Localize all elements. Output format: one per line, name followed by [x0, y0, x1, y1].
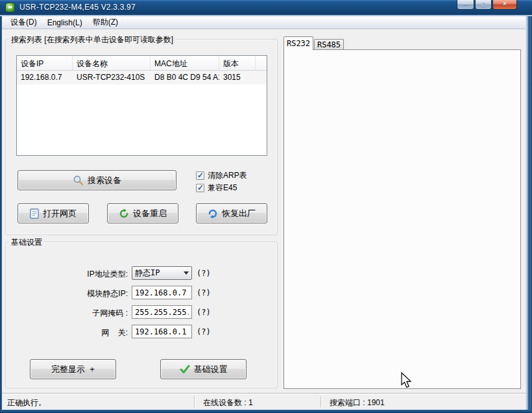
open-webpage-label: 打开网页 [43, 208, 77, 219]
column-header-device-ip[interactable]: 设备IP [17, 56, 73, 70]
window-title: USR-TCP232-M4,E45 V2.3.3.97 [19, 3, 136, 12]
static-ip-help[interactable]: (?) [197, 288, 211, 297]
menu-help[interactable]: 帮助(Z) [88, 16, 123, 29]
cell-mac: D8 B0 4C D9 54 A1 [151, 71, 219, 84]
mouse-cursor-icon [400, 372, 413, 389]
menu-bar: 设备(D) English(L) 帮助(Z) [2, 16, 526, 29]
basic-settings-apply-label: 基础设置 [194, 364, 228, 375]
window-border-bottom [0, 410, 532, 413]
column-header-mac[interactable]: MAC地址 [151, 56, 219, 70]
tab-rs232[interactable]: RS232 [284, 36, 313, 50]
subnet-mask-input[interactable] [132, 305, 192, 319]
static-ip-input[interactable] [132, 286, 192, 299]
column-header-version[interactable]: 版本 [219, 56, 256, 70]
maximize-button[interactable]: ▢ [475, 0, 492, 10]
cell-device-ip: 192.168.0.7 [17, 71, 73, 84]
factory-reset-button[interactable]: 恢复出厂 [196, 203, 267, 223]
window-controls: — ▢ ✕ [456, 0, 517, 10]
tab-rs485[interactable]: RS485 [314, 39, 344, 50]
device-table[interactable]: 设备IP 设备名称 MAC地址 版本 192.168.0.7 USR-TCP23… [16, 55, 267, 156]
menu-device[interactable]: 设备(D) [5, 16, 42, 29]
close-button[interactable]: ✕ [492, 0, 517, 10]
subnet-mask-label: 子网掩码 : [18, 308, 128, 319]
menu-english[interactable]: English(L) [42, 17, 88, 29]
checkbox-icon [196, 171, 204, 180]
cell-version: 3015 [219, 71, 256, 84]
ip-type-select[interactable]: 静态IP [132, 266, 192, 280]
status-divider [194, 396, 195, 407]
basic-settings-group-title: 基础设置 [9, 237, 44, 248]
search-device-label: 搜索设备 [88, 175, 121, 186]
status-divider [320, 396, 321, 407]
factory-reset-icon [208, 208, 218, 219]
clear-arp-checkbox[interactable]: 清除ARP表 [196, 171, 247, 181]
gateway-help[interactable]: (?) [197, 327, 211, 336]
gateway-label: 网 关: [18, 327, 128, 338]
chevron-down-icon [181, 271, 191, 275]
subnet-mask-help[interactable]: (?) [197, 308, 211, 317]
window-border-left [0, 16, 2, 413]
compat-e45-label: 兼容E45 [208, 182, 237, 194]
minimize-button[interactable]: — [457, 0, 474, 10]
full-display-button[interactable]: 完整显示 + [30, 359, 116, 379]
app-window: USR-TCP232-M4,E45 V2.3.3.97 — ▢ ✕ 设备(D) … [0, 0, 532, 413]
ip-type-label: IP地址类型: [18, 269, 128, 280]
device-restart-button[interactable]: 设备重启 [107, 203, 178, 223]
basic-settings-apply-button[interactable]: 基础设置 [160, 359, 247, 379]
factory-reset-label: 恢复出厂 [222, 208, 256, 219]
ip-type-help[interactable]: (?) [197, 269, 211, 278]
cell-device-name: USR-TCP232-410S [73, 71, 151, 84]
status-bar: 正确执行。 在线设备数 : 1 搜索端口 : 1901 [2, 393, 526, 410]
device-table-header: 设备IP 设备名称 MAC地址 版本 [17, 56, 267, 71]
device-restart-label: 设备重启 [133, 208, 167, 219]
checkbox-icon [196, 184, 204, 192]
status-search-port: 搜索端口 : 1901 [330, 397, 385, 408]
rs232-tab-page [284, 49, 521, 389]
magnifier-icon [73, 175, 84, 186]
column-header-device-name[interactable]: 设备名称 [73, 56, 151, 70]
static-ip-label: 模块静态IP: [18, 288, 128, 299]
ip-type-value: 静态IP [132, 268, 181, 279]
table-row[interactable]: 192.168.0.7 USR-TCP232-410S D8 B0 4C D9 … [17, 71, 267, 84]
status-execution: 正确执行。 [7, 397, 46, 408]
search-device-button[interactable]: 搜索设备 [18, 170, 176, 190]
title-bar[interactable]: USR-TCP232-M4,E45 V2.3.3.97 [0, 0, 532, 16]
full-display-label: 完整显示 + [51, 364, 95, 375]
webpage-icon [30, 208, 39, 219]
green-check-icon [180, 365, 190, 374]
search-list-group-title: 搜索列表 [在搜索列表中单击设备即可读取参数] [9, 34, 175, 45]
compat-e45-checkbox[interactable]: 兼容E45 [196, 183, 237, 193]
open-webpage-button[interactable]: 打开网页 [18, 203, 89, 223]
window-border-right [526, 16, 532, 413]
restart-icon [119, 208, 129, 219]
clear-arp-label: 清除ARP表 [208, 170, 247, 181]
status-online-devices: 在线设备数 : 1 [203, 397, 253, 408]
app-icon [5, 3, 15, 12]
gateway-input[interactable] [132, 325, 192, 338]
